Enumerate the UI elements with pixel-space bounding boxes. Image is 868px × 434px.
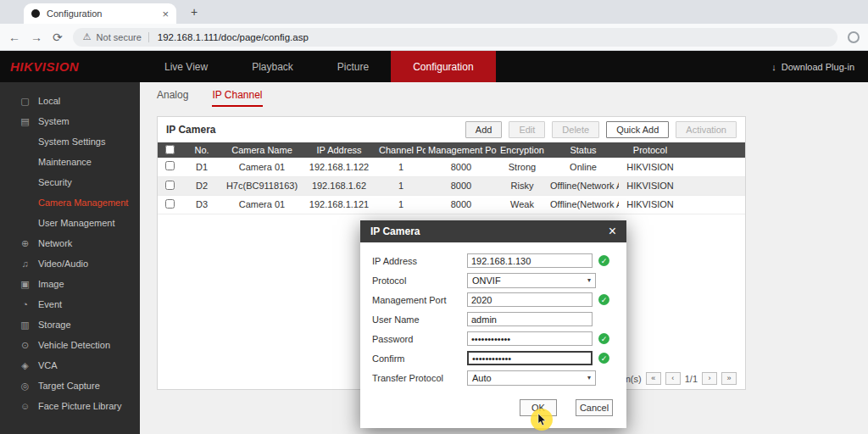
sidebar-item-storage[interactable]: ▥ Storage: [0, 314, 140, 335]
col-encryption: Encryption: [497, 142, 548, 158]
sidebar-item-image[interactable]: ▣ Image: [0, 274, 140, 294]
col-no: No.: [181, 142, 222, 158]
dialog-footer: OK Cancel: [360, 389, 626, 428]
back-icon[interactable]: ←: [8, 31, 20, 43]
panel-header: IP Camera Add Edit Delete Quick Add Acti…: [158, 117, 745, 142]
refresh-icon[interactable]: ⟳: [53, 31, 63, 43]
download-plugin-button[interactable]: ↓ Download Plug-in: [771, 51, 868, 82]
tab-analog[interactable]: Analog: [157, 89, 188, 107]
sidebar-item-local[interactable]: ▢ Local: [0, 91, 140, 111]
main-nav: Live View Playback Picture Configuration: [142, 51, 496, 82]
add-button[interactable]: Add: [465, 121, 503, 138]
nav-picture[interactable]: Picture: [315, 51, 391, 82]
col-filler: [682, 142, 745, 158]
nav-live-view[interactable]: Live View: [142, 51, 230, 82]
col-ip-address: IP Address: [302, 142, 376, 158]
transfer-protocol-select[interactable]: Auto ▾: [467, 370, 596, 386]
cursor-arrow-icon: [537, 414, 547, 426]
ip-address-row: IP Address ✓: [372, 251, 615, 270]
user-name-field[interactable]: [467, 312, 593, 326]
sidebar-item-video-audio[interactable]: ♫ Video/Audio: [0, 253, 140, 274]
download-plugin-label: Download Plug-in: [782, 62, 854, 72]
row-checkbox[interactable]: [165, 161, 175, 170]
first-page-icon[interactable]: «: [646, 372, 661, 385]
target-icon: ◎: [19, 381, 31, 392]
confirm-field[interactable]: [467, 351, 593, 365]
ip-address-field[interactable]: [467, 253, 593, 268]
chevron-down-icon: ▾: [587, 374, 591, 381]
table-row[interactable]: D2 H7c(BC9118163) 192.168.1.62 1 8000 Ri…: [158, 176, 745, 195]
table-row[interactable]: D3 Camera 01 192.168.1.121 1 8000 Weak O…: [158, 195, 745, 214]
vehicle-icon: ⊙: [19, 340, 31, 351]
protocol-select[interactable]: ONVIF ▾: [467, 273, 596, 288]
select-all-checkbox[interactable]: [165, 145, 175, 154]
col-status: Status: [548, 142, 619, 158]
sidebar-item-event[interactable]: ◔ Event: [0, 294, 140, 314]
browser-tab[interactable]: Configuration ×: [24, 3, 176, 24]
sidebar: ▢ Local ▤ System System Settings Mainten…: [0, 82, 140, 434]
mouse-cursor: [531, 409, 553, 431]
protocol-row: Protocol ONVIF ▾: [372, 270, 615, 290]
dialog-body: IP Address ✓ Protocol ONVIF ▾ Management…: [360, 242, 626, 389]
not-secure-label[interactable]: Not secure: [97, 32, 149, 42]
url-text[interactable]: 192.168.1.111/doc/page/config.asp: [154, 32, 309, 42]
sidebar-item-system[interactable]: ▤ System: [0, 111, 140, 131]
ip-camera-dialog: IP Camera × IP Address ✓ Protocol ONVIF …: [360, 220, 626, 428]
status-cell: Offline(Network A...: [548, 176, 619, 195]
sidebar-item-vca[interactable]: ◈ VCA: [0, 355, 140, 376]
sidebar-item-security[interactable]: Security: [0, 172, 140, 192]
last-page-icon[interactable]: »: [721, 372, 737, 385]
prev-page-icon[interactable]: ‹: [665, 372, 681, 385]
close-icon[interactable]: ×: [609, 225, 616, 238]
password-field[interactable]: [467, 331, 593, 346]
row-checkbox[interactable]: [165, 199, 175, 209]
header-checkbox-cell: [158, 142, 181, 158]
sidebar-item-vehicle-detection[interactable]: ⊙ Vehicle Detection: [0, 335, 140, 355]
tab-ip-channel[interactable]: IP Channel: [212, 89, 262, 107]
storage-icon: ▥: [19, 320, 31, 331]
sidebar-item-system-settings[interactable]: System Settings: [0, 131, 140, 152]
valid-check-icon: ✓: [598, 353, 609, 364]
status-cell: Online: [548, 158, 619, 176]
sidebar-item-camera-management[interactable]: Camera Management: [0, 192, 140, 213]
sidebar-item-user-management[interactable]: User Management: [0, 213, 140, 233]
quick-add-button[interactable]: Quick Add: [606, 121, 669, 138]
sidebar-item-target-capture[interactable]: ◎ Target Capture: [0, 376, 140, 396]
management-port-label: Management Port: [372, 295, 467, 305]
management-port-field[interactable]: [467, 292, 593, 307]
new-tab-button[interactable]: +: [186, 5, 202, 19]
transfer-protocol-row: Transfer Protocol Auto ▾: [372, 368, 615, 387]
table-row[interactable]: D1 Camera 01 192.168.1.122 1 8000 Strong…: [158, 158, 745, 176]
valid-check-icon: ✓: [598, 255, 609, 266]
confirm-label: Confirm: [372, 353, 467, 364]
next-page-icon[interactable]: ›: [702, 372, 717, 385]
nav-playback[interactable]: Playback: [230, 51, 315, 82]
row-checkbox[interactable]: [165, 181, 175, 190]
col-management-port: Management Port: [426, 142, 497, 158]
sidebar-item-face-picture-library[interactable]: ☺ Face Picture Library: [0, 396, 140, 416]
user-name-row: User Name: [372, 309, 615, 329]
tab-title: Configuration: [47, 8, 162, 19]
forward-icon[interactable]: →: [31, 31, 42, 43]
warning-icon: ⚠: [83, 31, 92, 42]
chevron-down-icon: ▾: [587, 276, 591, 284]
col-channel-port: Channel Port: [376, 142, 426, 158]
address-bar[interactable]: ⚠ Not secure 192.168.1.111/doc/page/conf…: [73, 28, 837, 47]
ip-address-label: IP Address: [372, 256, 467, 266]
sidebar-item-network[interactable]: ⊕ Network: [0, 233, 140, 253]
cancel-button[interactable]: Cancel: [576, 399, 613, 416]
protocol-label: Protocol: [372, 275, 467, 286]
browser-extension-icon[interactable]: [848, 31, 860, 43]
nav-configuration[interactable]: Configuration: [391, 51, 495, 82]
tab-favicon-icon: [31, 9, 40, 18]
tab-close-icon[interactable]: ×: [162, 8, 169, 19]
password-label: Password: [372, 334, 467, 344]
channel-tabs: Analog IP Channel: [157, 89, 263, 107]
sidebar-item-maintenance[interactable]: Maintenance: [0, 152, 140, 172]
management-port-row: Management Port ✓: [372, 290, 615, 309]
monitor-icon: ▢: [19, 96, 31, 107]
dialog-header: IP Camera ×: [360, 220, 626, 242]
browser-tab-strip: Configuration × +: [0, 0, 868, 24]
audio-icon: ♫: [19, 259, 31, 269]
table-toolbar: Add Edit Delete Quick Add Activation: [465, 121, 737, 138]
